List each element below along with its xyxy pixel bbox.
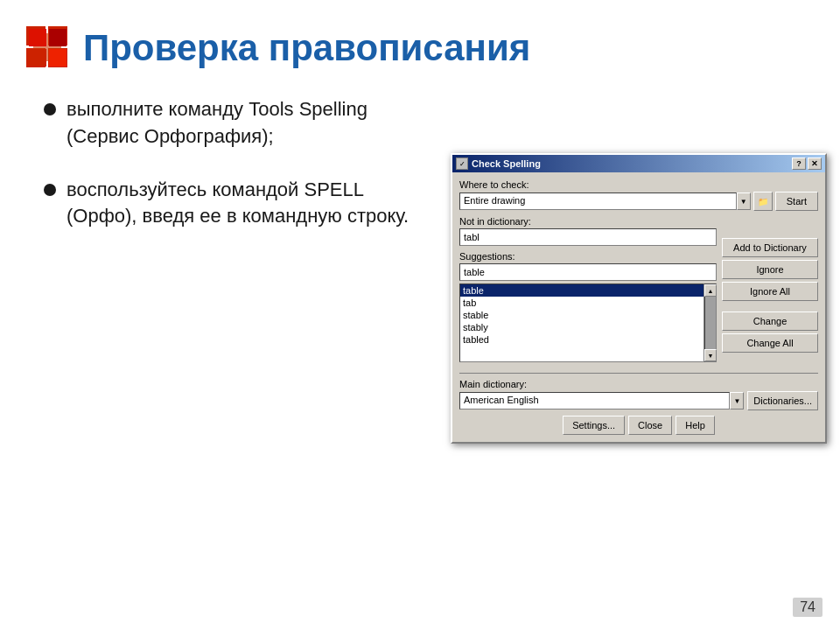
dialog-separator [459,373,818,374]
where-to-check-browse[interactable]: 📁 [753,192,773,211]
scroll-track[interactable] [705,297,716,349]
svg-rect-5 [29,29,46,46]
where-to-check-input-row: Entire drawing ▼ 📁 Start [459,192,818,211]
main-dictionary-row: Main dictionary: American English ▼ Dict… [459,379,818,410]
title-area: Проверка правописания [0,0,840,88]
change-all-button[interactable]: Change All [722,333,818,353]
where-to-check-value: Entire drawing [459,192,737,210]
bullet-marker-2 [44,184,56,196]
bullet-item-2: воспользуйтесь командой SPELL (Орфо), вв… [44,177,438,231]
main-dictionary-input-row: American English ▼ Dictionaries... [459,391,818,410]
suggestions-row: Suggestions: table tab stable stably tab… [459,251,717,362]
list-item-3[interactable]: stably [460,321,704,333]
svg-rect-7 [29,49,46,66]
ignore-button[interactable]: Ignore [722,260,818,279]
main-dictionary-label: Main dictionary: [459,379,818,389]
svg-rect-8 [49,49,66,66]
suggestions-listbox-wrapper: table tab stable stably tabled ▲ ▼ [459,284,717,362]
page-title: Проверка правописания [83,27,530,69]
bullet-item-1: выполните команду Tools Spelling (Сервис… [44,96,438,150]
slide: Проверка правописания выполните команду … [0,0,840,630]
help-button[interactable]: Help [676,416,715,435]
scroll-down[interactable]: ▼ [704,349,717,361]
dialog-box: ✓ Check Spelling ? ✕ Where to check: Ent… [451,153,827,444]
check-spelling-dialog: ✓ Check Spelling ? ✕ Where to check: Ent… [451,153,827,444]
change-button[interactable]: Change [722,312,818,331]
list-item-0[interactable]: table [460,284,704,297]
dialog-help-title-button[interactable]: ? [792,158,806,170]
not-in-dictionary-row: Not in dictionary: [459,216,717,246]
main-dictionary-value: American English [459,392,730,410]
svg-rect-6 [49,29,66,46]
title-icon [26,26,70,70]
main-content-row: Not in dictionary: Suggestions: table [459,216,818,368]
dictionaries-button[interactable]: Dictionaries... [747,391,818,410]
suggestions-listbox[interactable]: table tab stable stably tabled [459,284,704,362]
suggestions-input[interactable] [459,263,717,281]
where-to-check-arrow[interactable]: ▼ [737,192,751,210]
page-number: 74 [793,598,822,617]
where-to-check-combo[interactable]: Entire drawing ▼ [459,192,751,210]
dialog-titlebar: ✓ Check Spelling ? ✕ [452,155,825,172]
settings-button[interactable]: Settings... [563,416,625,435]
list-item-2[interactable]: stable [460,309,704,321]
suggestions-label: Suggestions: [459,251,717,262]
content-area: выполните команду Tools Spelling (Сервис… [0,88,472,230]
main-dictionary-arrow[interactable]: ▼ [730,392,744,410]
start-button[interactable]: Start [775,192,818,211]
where-to-check-label: Where to check: [459,179,818,190]
dialog-left-panel: Not in dictionary: Suggestions: table [459,216,717,368]
main-dictionary-combo[interactable]: American English ▼ [459,392,744,410]
bullet-text-2: воспользуйтесь командой SPELL (Орфо), вв… [66,177,438,231]
dialog-title-buttons: ? ✕ [792,158,822,170]
bullet-marker-1 [44,103,56,116]
close-button[interactable]: Close [628,416,672,435]
ignore-all-button[interactable]: Ignore All [722,282,818,301]
dialog-title-left: ✓ Check Spelling [456,158,541,170]
not-in-dictionary-label: Not in dictionary: [459,216,717,227]
list-item-4[interactable]: tabled [460,333,704,346]
scroll-up[interactable]: ▲ [704,284,717,297]
list-item-1[interactable]: tab [460,297,704,309]
dialog-body: Where to check: Entire drawing ▼ 📁 Start [452,172,825,442]
add-to-dictionary-button[interactable]: Add to Dictionary [722,238,818,257]
dialog-bottom-buttons: Settings... Close Help [459,416,818,435]
where-to-check-row: Where to check: Entire drawing ▼ 📁 Start [459,179,818,211]
dialog-right-panel: Add to Dictionary Ignore Ignore All Chan… [722,216,818,368]
bullet-text-1: выполните команду Tools Spelling (Сервис… [66,96,438,150]
scrollbar[interactable]: ▲ ▼ [704,284,717,362]
dialog-title-icon: ✓ [456,158,468,170]
not-in-dictionary-input[interactable] [459,228,717,246]
dialog-close-title-button[interactable]: ✕ [808,158,822,170]
dialog-title-text: Check Spelling [472,158,541,169]
